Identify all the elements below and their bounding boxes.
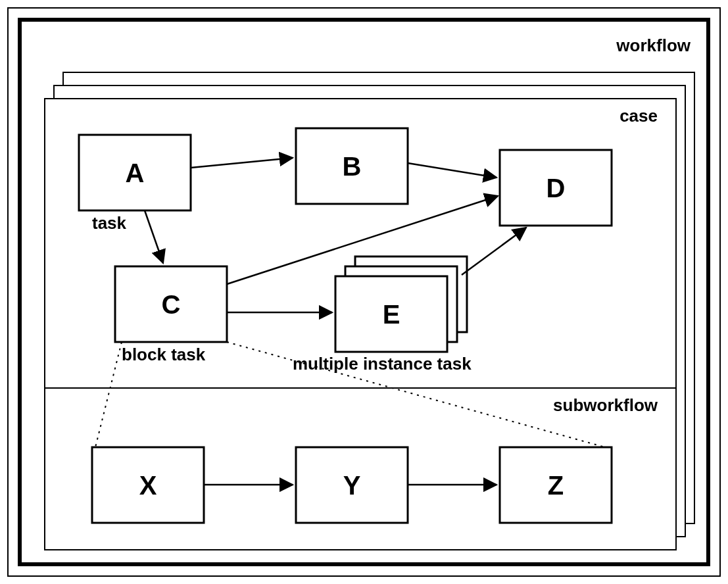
workflow-diagram: workflow case subworkflow A task B D C b… <box>0 0 728 584</box>
task-d-label: D <box>546 174 566 203</box>
task-b-label: B <box>343 152 362 181</box>
task-c-label: C <box>162 290 181 319</box>
subworkflow-label: subworkflow <box>553 395 658 415</box>
task-e-label: E <box>383 300 400 329</box>
task-x: X <box>92 447 204 523</box>
block-task-annotation: block task <box>122 345 206 364</box>
task-annotation: task <box>92 213 127 233</box>
task-b: B <box>296 128 408 204</box>
task-x-label: X <box>139 471 157 500</box>
task-z: Z <box>500 447 612 523</box>
case-label: case <box>619 106 658 126</box>
task-z-label: Z <box>548 471 564 500</box>
task-y: Y <box>296 447 408 523</box>
multi-instance-annotation: multiple instance task <box>293 354 472 374</box>
task-y-label: Y <box>343 471 361 500</box>
task-e-stack: E <box>335 256 467 352</box>
task-d: D <box>500 150 612 226</box>
task-a-label: A <box>126 158 145 187</box>
task-a: A <box>79 135 191 210</box>
task-c: C <box>115 266 227 342</box>
workflow-label: workflow <box>616 36 691 55</box>
